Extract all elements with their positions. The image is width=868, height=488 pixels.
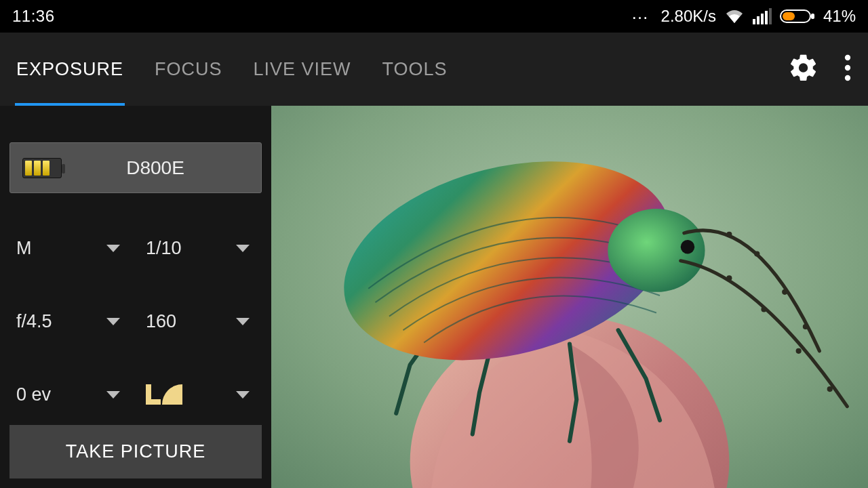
chevron-down-icon bbox=[106, 318, 120, 325]
status-icons: … 2.80K/s 41% bbox=[631, 6, 856, 27]
tab-tools[interactable]: TOOLS bbox=[382, 33, 448, 106]
content-area: D800E M 1/10 f/4.5 160 0 ev bbox=[0, 106, 868, 488]
svg-rect-1 bbox=[757, 16, 760, 24]
svg-point-16 bbox=[726, 232, 732, 237]
more-dots-icon: … bbox=[631, 3, 650, 24]
mode-value: M bbox=[16, 238, 32, 259]
battery-icon bbox=[780, 8, 815, 24]
svg-rect-0 bbox=[753, 19, 755, 24]
svg-point-9 bbox=[845, 65, 850, 70]
camera-selector[interactable]: D800E bbox=[9, 142, 262, 193]
svg-point-17 bbox=[754, 251, 760, 256]
iso-value: 160 bbox=[146, 311, 176, 332]
preview-image bbox=[271, 106, 868, 488]
quality-dropdown[interactable] bbox=[139, 364, 262, 425]
signal-icon bbox=[753, 8, 772, 24]
ev-value: 0 ev bbox=[16, 384, 51, 405]
tab-bar: EXPOSURE FOCUS LIVE VIEW TOOLS bbox=[16, 33, 788, 106]
exposure-panel: D800E M 1/10 f/4.5 160 0 ev bbox=[0, 106, 271, 488]
svg-point-10 bbox=[845, 75, 850, 81]
svg-point-18 bbox=[782, 289, 787, 295]
tab-live-view[interactable]: LIVE VIEW bbox=[254, 33, 351, 106]
chevron-down-icon bbox=[106, 245, 120, 252]
ev-dropdown[interactable]: 0 ev bbox=[9, 364, 132, 425]
chevron-down-icon bbox=[236, 391, 250, 399]
svg-rect-2 bbox=[761, 14, 764, 24]
status-bar: 11:36 … 2.80K/s 41% bbox=[0, 0, 868, 33]
chevron-down-icon bbox=[106, 391, 120, 399]
svg-rect-6 bbox=[811, 14, 814, 19]
network-speed: 2.80K/s bbox=[661, 7, 716, 26]
chevron-down-icon bbox=[236, 318, 250, 325]
svg-rect-4 bbox=[769, 8, 772, 24]
svg-point-20 bbox=[726, 275, 732, 281]
camera-battery-icon bbox=[22, 158, 62, 178]
wifi-icon bbox=[724, 8, 745, 24]
app-bar: EXPOSURE FOCUS LIVE VIEW TOOLS bbox=[0, 33, 868, 106]
overflow-menu-button[interactable] bbox=[844, 54, 852, 84]
svg-rect-7 bbox=[783, 12, 795, 20]
mode-dropdown[interactable]: M bbox=[9, 218, 132, 279]
live-preview[interactable] bbox=[271, 106, 868, 488]
svg-point-8 bbox=[845, 55, 850, 60]
shutter-dropdown[interactable]: 1/10 bbox=[139, 218, 262, 279]
quality-icon bbox=[146, 384, 182, 405]
battery-percent: 41% bbox=[823, 7, 856, 26]
aperture-value: f/4.5 bbox=[16, 311, 52, 332]
status-time: 11:36 bbox=[12, 7, 55, 26]
svg-point-15 bbox=[681, 240, 694, 253]
svg-point-23 bbox=[827, 386, 833, 392]
svg-point-21 bbox=[761, 306, 766, 312]
tab-exposure[interactable]: EXPOSURE bbox=[16, 33, 123, 106]
svg-rect-3 bbox=[765, 11, 768, 24]
svg-point-19 bbox=[803, 324, 808, 329]
shutter-value: 1/10 bbox=[146, 238, 182, 259]
camera-model: D800E bbox=[62, 157, 249, 179]
tab-focus[interactable]: FOCUS bbox=[155, 33, 222, 106]
aperture-dropdown[interactable]: f/4.5 bbox=[9, 291, 132, 352]
svg-point-22 bbox=[796, 348, 802, 354]
iso-dropdown[interactable]: 160 bbox=[139, 291, 262, 352]
take-picture-button[interactable]: TAKE PICTURE bbox=[9, 425, 262, 479]
settings-button[interactable] bbox=[788, 52, 819, 86]
chevron-down-icon bbox=[236, 245, 250, 252]
